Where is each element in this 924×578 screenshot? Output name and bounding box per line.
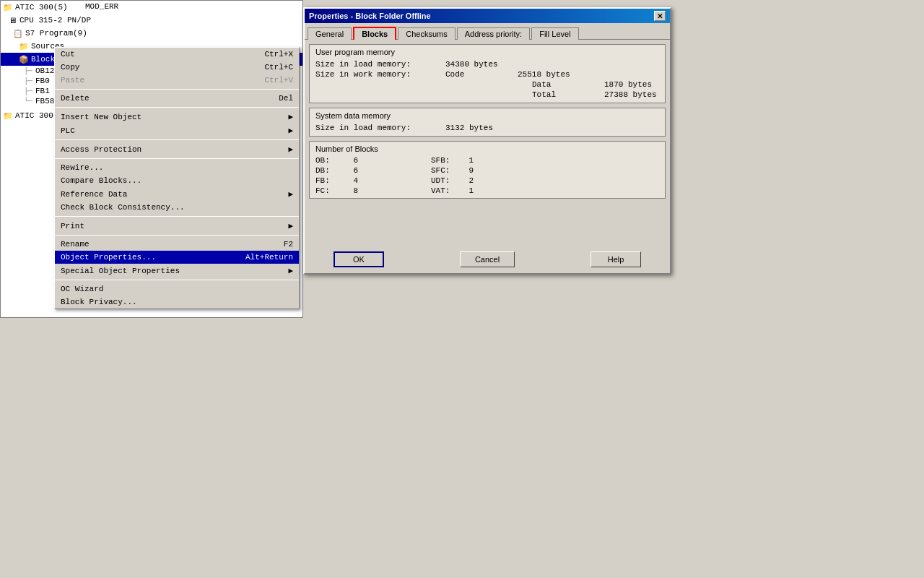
user-program-memory-section: User program memory Size in load memory:…	[309, 44, 666, 103]
ok-button[interactable]: OK	[334, 251, 384, 267]
menu-copy[interactable]: Copy Ctrl+C	[55, 61, 299, 74]
tab-bar: General Blocks Checksums Address priorit…	[305, 23, 670, 39]
block-icon: 📦	[18, 53, 30, 65]
menu-rename[interactable]: Rename F2	[55, 238, 299, 251]
menu-oc-wizard[interactable]: OC Wizard	[55, 282, 299, 296]
fb1-label: FB1	[35, 87, 50, 95]
code-label: Code	[445, 70, 518, 79]
tab-address-priority[interactable]: Address priority:	[457, 27, 530, 40]
tree-label: Block	[31, 55, 55, 64]
close-button[interactable]: ✕	[654, 11, 666, 21]
context-menu: Cut Ctrl+X Copy Ctrl+C Paste Ctrl+V Dele…	[54, 47, 300, 309]
number-of-blocks-label: Number of Blocks	[315, 144, 659, 153]
separator-1	[55, 89, 299, 90]
block-entry-right: UDT:2	[431, 176, 489, 185]
block-entry: OB:6	[315, 156, 373, 165]
tab-general[interactable]: General	[308, 27, 352, 40]
tree-item-prog[interactable]: 📋 S7 Program(9)	[1, 27, 302, 40]
fb58-label: FB58	[35, 97, 54, 105]
tree-label: S7 Program(9)	[25, 29, 87, 38]
tree-item-atic300[interactable]: 📁 ATIC 300(5)	[1, 1, 302, 14]
separator-3	[55, 139, 299, 140]
tree-item-cpu[interactable]: 🖥 CPU 315-2 PN/DP	[1, 14, 302, 27]
dialog-titlebar: Properties - Block Folder Offline ✕	[305, 9, 670, 23]
menu-rewire[interactable]: Rewire...	[55, 161, 299, 174]
total-row-entry: Total 27388 bytes	[315, 90, 659, 100]
user-program-memory-label: User program memory	[315, 48, 659, 56]
data-row-entry: Data 1870 bytes	[315, 79, 659, 90]
separator-4	[55, 158, 299, 159]
separator-2	[55, 107, 299, 108]
submenu-arrow: ▶	[288, 144, 293, 154]
menu-delete[interactable]: Delete Del	[55, 92, 299, 105]
block-entry: FC:8	[315, 186, 373, 195]
cancel-button[interactable]: Cancel	[460, 251, 515, 267]
menu-insert-new-object[interactable]: Insert New Object ▶	[55, 110, 299, 124]
folder-icon: 📁	[2, 1, 14, 13]
total-label: Total	[532, 90, 604, 99]
number-of-blocks-section: Number of Blocks OB:6SFB:1DB:6SFC:9FB:4U…	[309, 141, 666, 199]
submenu-arrow: ▶	[288, 221, 293, 230]
load-memory-value: 34380 bytes	[445, 60, 498, 69]
block-entry: DB:6	[315, 166, 373, 175]
data-value: 1870 bytes	[604, 80, 652, 89]
block-entry-right: SFB:1	[431, 156, 489, 165]
fb0-label: FB0	[35, 77, 50, 85]
system-data-memory-section: System data memory Size in load memory: …	[309, 108, 666, 137]
menu-check-block-consistency[interactable]: Check Block Consistency...	[55, 201, 299, 214]
system-data-memory-label: System data memory	[315, 111, 659, 120]
tree-label: ATIC 300(5)	[15, 3, 68, 12]
blocks-grid: OB:6SFB:1DB:6SFC:9FB:4UDT:2FC:8VAT:1	[315, 156, 659, 195]
menu-paste[interactable]: Paste Ctrl+V	[55, 74, 299, 87]
separator-5	[55, 216, 299, 217]
load-memory-row: Size in load memory: 34380 bytes	[315, 59, 659, 69]
submenu-arrow: ▶	[288, 266, 293, 275]
block-entry-right: VAT:1	[431, 186, 489, 195]
work-memory-label: Size in work memory:	[315, 70, 445, 79]
cpu-icon: 🖥	[6, 14, 18, 26]
system-load-label: Size in load memory:	[315, 124, 445, 132]
col-header: MOD_ERR	[84, 1, 120, 12]
menu-object-properties[interactable]: Object Properties... Alt+Return	[55, 251, 299, 264]
submenu-arrow: ▶	[288, 126, 293, 135]
submenu-arrow: ▶	[288, 112, 293, 121]
block-entry: FB:4	[315, 176, 373, 185]
tab-checksums[interactable]: Checksums	[398, 27, 455, 40]
block-entry-right: SFC:9	[431, 166, 489, 175]
menu-compare-blocks[interactable]: Compare Blocks...	[55, 174, 299, 187]
folder-icon: 📁	[18, 40, 30, 52]
properties-dialog: Properties - Block Folder Offline ✕ Gene…	[303, 7, 671, 275]
menu-block-privacy[interactable]: Block Privacy...	[55, 296, 299, 309]
tab-blocks[interactable]: Blocks	[353, 27, 396, 40]
system-load-memory-row: Size in load memory: 3132 bytes	[315, 123, 659, 133]
menu-plc[interactable]: PLC ▶	[55, 124, 299, 137]
work-memory-row: Size in work memory: Code 25518 bytes	[315, 69, 659, 79]
separator-7	[55, 280, 299, 280]
dialog-title: Properties - Block Folder Offline	[309, 12, 431, 20]
load-memory-label: Size in load memory:	[315, 60, 445, 69]
menu-reference-data[interactable]: Reference Data ▶	[55, 187, 299, 201]
menu-print[interactable]: Print ▶	[55, 219, 299, 233]
menu-access-protection[interactable]: Access Protection ▶	[55, 142, 299, 156]
submenu-arrow: ▶	[288, 189, 293, 199]
folder-icon2: 📁	[2, 110, 14, 121]
tab-fill-level[interactable]: Fill Level	[531, 27, 578, 40]
system-load-value: 3132 bytes	[445, 124, 493, 132]
menu-special-object-properties[interactable]: Special Object Properties ▶	[55, 264, 299, 277]
help-button[interactable]: Help	[590, 251, 641, 267]
tree-label: CPU 315-2 PN/DP	[19, 16, 91, 25]
dialog-content: User program memory Size in load memory:…	[305, 39, 670, 207]
total-value: 27388 bytes	[604, 90, 657, 99]
prog-icon: 📋	[12, 27, 24, 39]
data-label: Data	[532, 80, 604, 89]
code-value: 25518 bytes	[518, 70, 570, 79]
separator-6	[55, 235, 299, 236]
dialog-buttons: OK Cancel Help	[305, 251, 670, 267]
menu-cut[interactable]: Cut Ctrl+X	[55, 48, 299, 61]
